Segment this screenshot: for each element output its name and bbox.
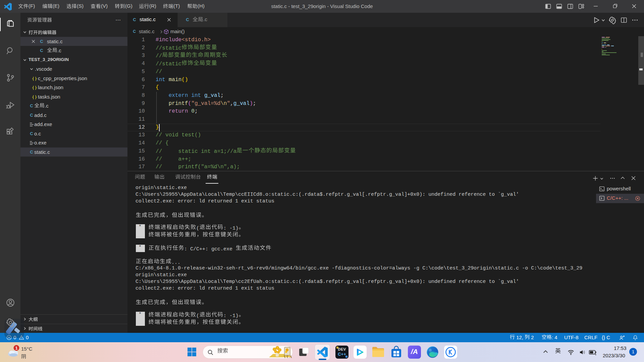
svg-text:1: 1 <box>15 346 17 351</box>
